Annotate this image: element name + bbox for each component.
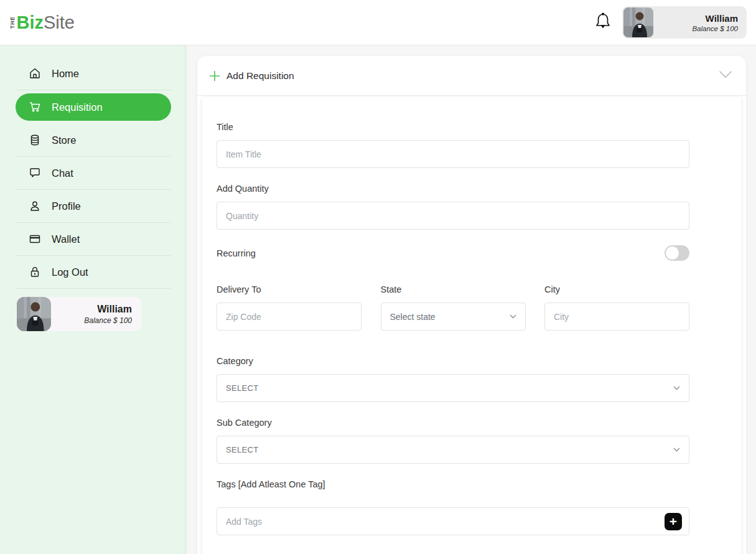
sidebar-nav: Home Requisition (0, 57, 187, 289)
state-select-value: Select state (390, 312, 436, 322)
card-icon (29, 233, 41, 245)
panel-title: Add Requisition (226, 70, 294, 82)
title-label: Title (217, 122, 689, 132)
recurring-label: Recurring (217, 248, 256, 258)
chevron-down-icon (673, 448, 680, 452)
brand-site: Site (44, 14, 75, 32)
app-window: THE Biz Site William Balance $ 100 (0, 0, 756, 554)
header-user-chip[interactable]: William Balance $ 100 (622, 6, 747, 39)
category-field-group: Category SELECT (217, 356, 689, 402)
sidebar-user-balance: Balance $ 100 (51, 316, 132, 325)
category-select[interactable]: SELECT (217, 374, 689, 402)
sub-category-field-group: Sub Category SELECT (217, 418, 689, 464)
notification-bell-icon[interactable] (595, 12, 611, 32)
sidebar-avatar (17, 297, 51, 331)
sidebar-item-wallet[interactable]: Wallet (16, 223, 171, 256)
person-icon (29, 200, 41, 212)
delivery-label: Delivery To (217, 284, 362, 294)
sub-category-select-value: SELECT (226, 445, 258, 454)
city-input[interactable] (544, 303, 689, 331)
recurring-toggle[interactable] (665, 245, 689, 261)
sidebar-item-home[interactable]: Home (16, 57, 171, 90)
sidebar-item-store[interactable]: Store (16, 124, 171, 157)
chevron-down-icon (510, 314, 516, 319)
state-field-group: State Select state (381, 284, 526, 331)
collapse-chevron-icon[interactable] (719, 70, 732, 82)
tags-field-group: Tags [Add Atleast One Tag] + (217, 479, 689, 535)
lock-icon (29, 266, 41, 278)
sidebar-user-card[interactable]: William Balance $ 100 (17, 297, 141, 331)
brand-logo[interactable]: THE Biz Site (10, 14, 75, 32)
header-user-name: William (653, 13, 738, 24)
database-icon (29, 134, 41, 146)
brand-biz: Biz (17, 14, 44, 32)
top-bar: THE Biz Site William Balance $ 100 (0, 0, 756, 45)
sidebar-item-label: Chat (52, 167, 73, 179)
title-field-group: Title (217, 122, 689, 168)
sidebar-item-chat[interactable]: Chat (16, 157, 171, 190)
header-user-meta: William Balance $ 100 (653, 13, 745, 32)
sidebar-item-profile[interactable]: Profile (16, 190, 171, 223)
category-label: Category (217, 356, 689, 366)
tags-label: Tags [Add Atleast One Tag] (217, 479, 689, 489)
chat-icon (29, 167, 41, 179)
sidebar-item-label: Home (52, 68, 79, 80)
chevron-down-icon (673, 386, 680, 390)
top-bar-right: William Balance $ 100 (595, 6, 747, 39)
header-user-balance: Balance $ 100 (653, 25, 738, 32)
sidebar-item-requisition[interactable]: Requisition (16, 93, 171, 121)
zip-code-input[interactable] (217, 303, 362, 331)
home-icon (29, 67, 41, 80)
requisition-form: Title Add Quantity Recurring (202, 97, 741, 554)
brand-the: THE (10, 16, 16, 29)
location-row: Delivery To State Select state City (217, 284, 689, 331)
cart-icon (29, 101, 41, 113)
state-select[interactable]: Select state (381, 303, 526, 331)
sidebar-item-label: Profile (52, 200, 81, 212)
category-select-value: SELECT (226, 383, 258, 393)
quantity-input[interactable] (217, 202, 689, 230)
sidebar: Home Requisition (0, 45, 187, 554)
title-input[interactable] (217, 140, 689, 168)
quantity-label: Add Quantity (217, 184, 689, 194)
sidebar-item-label: Log Out (52, 266, 88, 278)
sidebar-item-label: Requisition (52, 101, 103, 113)
sidebar-user-name: William (51, 304, 132, 315)
tags-input[interactable] (217, 507, 689, 535)
add-requisition-panel: Add Requisition Title Add Quantity (197, 56, 746, 554)
sub-category-select[interactable]: SELECT (217, 436, 689, 464)
add-tag-button[interactable]: + (665, 513, 682, 530)
sub-category-label: Sub Category (217, 418, 689, 428)
panel-header[interactable]: Add Requisition (197, 56, 746, 96)
main-content: Add Requisition Title Add Quantity (187, 45, 756, 554)
sidebar-item-label: Store (52, 134, 76, 146)
sidebar-item-logout[interactable]: Log Out (16, 256, 171, 289)
toggle-knob (666, 246, 679, 260)
delivery-field-group: Delivery To (217, 284, 362, 331)
sidebar-user-meta: William Balance $ 100 (51, 304, 141, 325)
state-label: State (381, 284, 526, 294)
header-avatar (623, 7, 653, 37)
recurring-field-group: Recurring (217, 245, 689, 261)
city-label: City (544, 284, 689, 294)
city-field-group: City (544, 284, 689, 331)
quantity-field-group: Add Quantity (217, 184, 689, 230)
plus-icon (209, 70, 220, 82)
sidebar-item-label: Wallet (52, 233, 80, 245)
